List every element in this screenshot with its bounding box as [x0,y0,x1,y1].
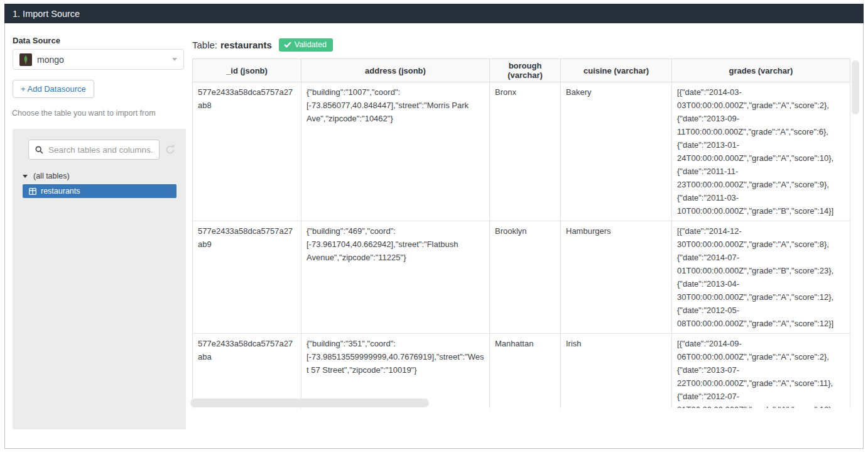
chevron-down-icon [172,58,177,61]
cell-id: 577e2433a58dca5757a27ab9 [193,221,301,334]
preview-table: _id (jsonb) address (jsonb) borough (var… [192,58,850,408]
table-row: 577e2433a58dca5757a27ab8 {"building":"10… [193,82,850,221]
validated-label: Validated [295,40,327,49]
window-titlebar: 1. Import Source [4,4,864,23]
cell-borough: Manhattan [490,334,561,409]
cell-grades: [{"date":"2014-03-03T00:00:00.000Z","gra… [672,82,850,221]
table-name: restaurants [220,40,272,50]
cell-cuisine: Irish [561,334,672,409]
cell-borough: Brooklyn [490,221,561,334]
cell-grades: [{"date":"2014-09-06T00:00:00.000Z","gra… [672,334,850,409]
table-item-label: restaurants [41,187,80,196]
cell-grades: [{"date":"2014-12-30T00:00:00.000Z","gra… [672,221,850,334]
tree-node-all-tables[interactable]: (all tables) [23,172,70,180]
table-preview: _id (jsonb) address (jsonb) borough (var… [192,58,851,408]
refresh-icon[interactable] [165,145,175,155]
sidebar-item-restaurants[interactable]: restaurants [23,184,176,198]
table-row: 577e2433a58dca5757a27aba {"building":"35… [193,334,850,409]
header-row: _id (jsonb) address (jsonb) borough (var… [193,59,850,82]
search-input[interactable] [48,145,154,155]
column-header-id[interactable]: _id (jsonb) [193,59,301,82]
cell-borough: Bronx [490,82,561,221]
add-datasource-button[interactable]: + Add Datasource [13,80,94,98]
mongodb-leaf-icon [19,53,32,66]
column-header-borough[interactable]: borough (varchar) [490,59,561,82]
horizontal-scrollbar-thumb[interactable] [190,399,429,407]
check-icon [284,41,291,48]
datasource-selected-value: mongo [37,55,172,65]
cell-id: 577e2433a58dca5757a27aba [193,334,301,409]
column-header-address[interactable]: address (jsonb) [301,59,490,82]
choose-table-hint: Choose the table you want to import from [12,109,156,118]
datasource-dropdown[interactable]: mongo [13,49,184,70]
cell-address: {"building":"351","coord":[-73.985135599… [301,334,490,409]
vertical-scrollbar-thumb[interactable] [852,60,859,114]
import-source-window: 1. Import Source Data Source mongo + Add… [4,4,864,449]
search-box[interactable] [28,140,160,160]
column-header-grades[interactable]: grades (varchar) [672,59,850,82]
search-icon [35,146,43,154]
preview-header: Table: restaurants Validated [192,38,333,52]
cell-address: {"building":"1007","coord":[-73.856077,4… [301,82,490,221]
window-title: 1. Import Source [13,9,80,19]
table-grid-icon [29,188,36,195]
caret-down-icon [23,175,28,178]
tables-panel: (all tables) restaurants [13,129,186,429]
cell-id: 577e2433a58dca5757a27ab8 [193,82,301,221]
validated-badge: Validated [279,38,333,52]
cell-cuisine: Bakery [561,82,672,221]
datasource-label: Data Source [13,36,60,45]
table-row: 577e2433a58dca5757a27ab9 {"building":"46… [193,221,850,334]
column-header-cuisine[interactable]: cuisine (varchar) [561,59,672,82]
table-label: Table: [192,40,217,50]
cell-cuisine: Hamburgers [561,221,672,334]
all-tables-label: (all tables) [33,172,70,180]
cell-address: {"building":"469","coord":[-73.961704,40… [301,221,490,334]
add-datasource-label: + Add Datasource [21,84,86,94]
